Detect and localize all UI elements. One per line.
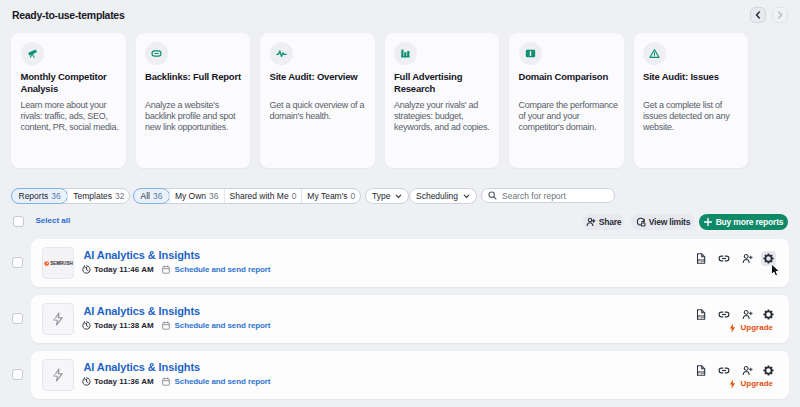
svg-text:PDF: PDF [698,315,706,319]
svg-text:SEMRUSH: SEMRUSH [50,261,73,266]
svg-text:PDF: PDF [698,259,706,263]
svg-text:PDF: PDF [698,371,706,375]
